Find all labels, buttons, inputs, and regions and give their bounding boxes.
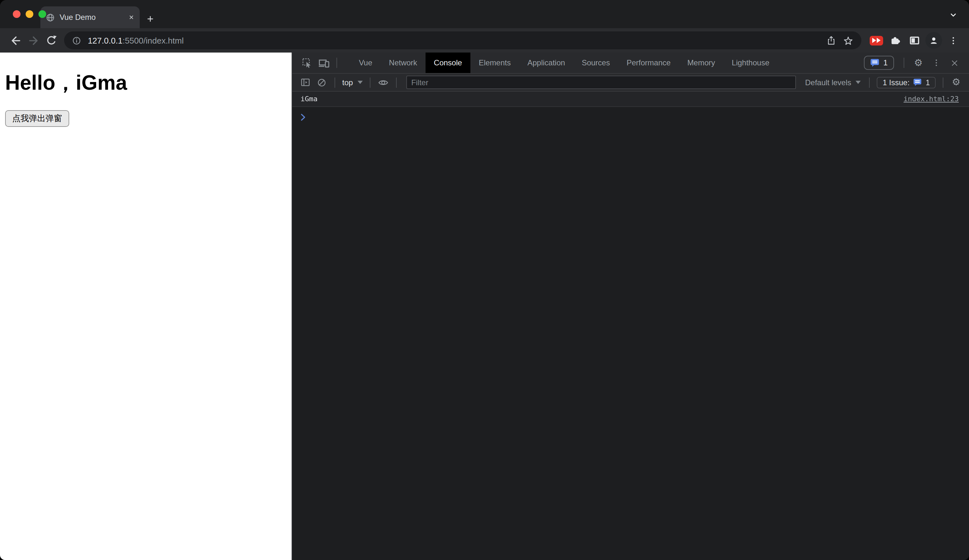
content-area: Hello，iGma 点我弹出弹窗 bbox=[0, 53, 969, 560]
site-info-icon[interactable] bbox=[72, 36, 82, 45]
screenshot-stage: Vue Demo bbox=[0, 0, 969, 560]
devtools-tab-bar: Vue Network Console Elements Application… bbox=[292, 53, 969, 74]
minimize-window-button[interactable] bbox=[26, 10, 33, 18]
url-path: :5500/index.html bbox=[122, 36, 184, 45]
chevron-down-icon bbox=[856, 81, 861, 84]
traffic-lights bbox=[13, 10, 46, 18]
page-heading: Hello，iGma bbox=[5, 69, 291, 97]
issue-counter-pill[interactable]: 1 Issue: 1 bbox=[877, 76, 936, 88]
tab-sources[interactable]: Sources bbox=[573, 53, 618, 73]
console-log-text: iGma bbox=[301, 95, 318, 103]
console-prompt[interactable] bbox=[292, 107, 969, 123]
close-tab-icon[interactable] bbox=[128, 14, 135, 20]
back-button[interactable] bbox=[7, 32, 24, 49]
console-sidebar-icon[interactable] bbox=[297, 74, 313, 91]
kebab-menu-icon[interactable] bbox=[928, 55, 945, 71]
devtools-panel: Vue Network Console Elements Application… bbox=[291, 53, 969, 560]
tab-search-chevron-icon[interactable] bbox=[949, 11, 957, 19]
close-window-button[interactable] bbox=[13, 10, 20, 18]
side-panel-icon[interactable] bbox=[905, 31, 924, 50]
context-selector[interactable]: top bbox=[340, 78, 365, 87]
url-text: 127.0.0.1:5500/index.html bbox=[88, 36, 820, 45]
gear-icon[interactable]: ⚙ bbox=[948, 74, 964, 91]
inspect-icon[interactable] bbox=[299, 55, 315, 71]
chevron-down-icon bbox=[357, 81, 362, 84]
console-log-row: iGma index.html:23 bbox=[292, 91, 969, 107]
issues-count: 1 bbox=[884, 58, 887, 67]
puzzle-icon[interactable] bbox=[886, 31, 905, 50]
popup-button[interactable]: 点我弹出弹窗 bbox=[5, 110, 69, 127]
console-prompt-icon bbox=[301, 113, 306, 121]
bookmark-star-icon[interactable] bbox=[843, 35, 854, 46]
divider bbox=[943, 77, 943, 88]
tab-lighthouse[interactable]: Lighthouse bbox=[724, 53, 778, 73]
close-devtools-icon[interactable] bbox=[946, 55, 962, 71]
tab-vue[interactable]: Vue bbox=[351, 53, 381, 73]
context-label: top bbox=[342, 78, 353, 87]
divider bbox=[396, 77, 396, 88]
browser-window: Vue Demo bbox=[0, 0, 969, 560]
console-messages: iGma index.html:23 bbox=[292, 91, 969, 560]
tab-application[interactable]: Application bbox=[519, 53, 573, 73]
profile-icon bbox=[926, 32, 942, 49]
log-levels-dropdown[interactable]: Default levels bbox=[801, 78, 864, 87]
devtools-tabbar-actions: 1 ⚙ bbox=[864, 55, 962, 71]
divider bbox=[335, 77, 335, 88]
tab-title: Vue Demo bbox=[60, 13, 124, 22]
filter-input[interactable] bbox=[406, 76, 796, 89]
tab-memory[interactable]: Memory bbox=[679, 53, 724, 73]
new-tab-button[interactable] bbox=[146, 15, 155, 23]
device-toolbar-icon[interactable] bbox=[315, 55, 332, 71]
tab-performance[interactable]: Performance bbox=[618, 53, 679, 73]
divider bbox=[904, 58, 904, 68]
console-source-link[interactable]: index.html:23 bbox=[904, 95, 959, 103]
zoom-window-button[interactable] bbox=[38, 10, 46, 18]
globe-icon bbox=[45, 13, 55, 22]
tab-strip: Vue Demo bbox=[0, 0, 969, 28]
browser-toolbar: 127.0.0.1:5500/index.html bbox=[0, 28, 969, 53]
divider bbox=[336, 58, 337, 68]
divider bbox=[370, 77, 370, 88]
tab-console[interactable]: Console bbox=[426, 53, 470, 73]
kebab-menu-icon[interactable] bbox=[943, 31, 962, 50]
divider bbox=[869, 77, 870, 88]
clear-console-icon[interactable] bbox=[313, 74, 330, 91]
tab-network[interactable]: Network bbox=[381, 53, 426, 73]
share-icon[interactable] bbox=[826, 35, 836, 45]
issues-counter-badge[interactable]: 1 bbox=[864, 56, 894, 70]
console-toolbar: top Default levels 1 bbox=[292, 74, 969, 91]
issues-chat-icon bbox=[871, 58, 880, 67]
web-page: Hello，iGma 点我弹出弹窗 bbox=[0, 53, 291, 560]
issue-counter-count: 1 bbox=[926, 78, 930, 87]
reload-button[interactable] bbox=[42, 32, 60, 49]
browser-tab[interactable]: Vue Demo bbox=[40, 7, 140, 28]
youtube-icon[interactable] bbox=[866, 31, 886, 50]
devtools-tabs: Vue Network Console Elements Application… bbox=[351, 53, 778, 73]
forward-button bbox=[24, 32, 42, 49]
gear-icon[interactable]: ⚙ bbox=[910, 55, 927, 71]
issues-chat-icon bbox=[914, 78, 922, 86]
url-host: 127.0.0.1 bbox=[88, 36, 122, 45]
issue-counter-text: 1 Issue: bbox=[883, 78, 910, 87]
tab-elements[interactable]: Elements bbox=[470, 53, 519, 73]
eye-icon[interactable] bbox=[375, 74, 391, 91]
log-levels-label: Default levels bbox=[805, 78, 851, 87]
profile-avatar[interactable] bbox=[924, 31, 943, 50]
address-bar[interactable]: 127.0.0.1:5500/index.html bbox=[64, 32, 861, 49]
